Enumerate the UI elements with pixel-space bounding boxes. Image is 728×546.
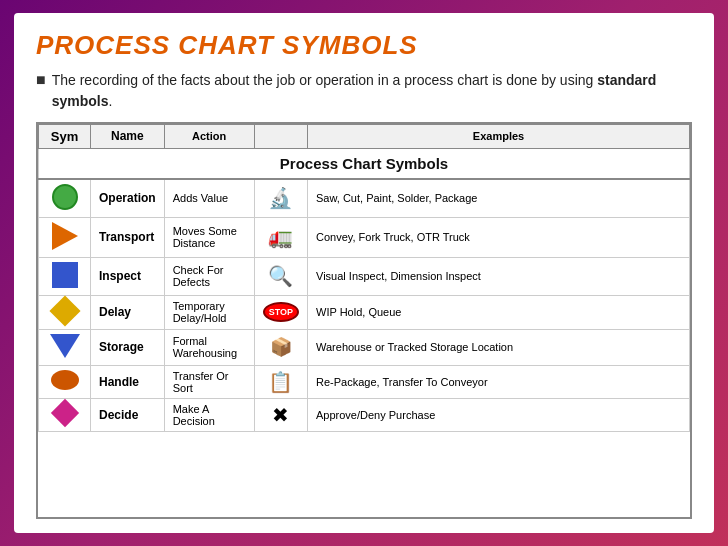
- col-sym: Sym: [39, 124, 91, 148]
- sym-oval-shape: [51, 370, 79, 390]
- col-action: Action: [164, 124, 254, 148]
- icon-cell-2: 🔍: [254, 257, 307, 295]
- action-cell-6: Make A Decision: [164, 398, 254, 431]
- sym-cell-2: [39, 257, 91, 295]
- name-cell-0: Operation: [91, 179, 165, 218]
- table-title-row: Process Chart Symbols: [39, 148, 690, 179]
- table-row: Transport Moves Some Distance 🚛 Convey, …: [39, 217, 690, 257]
- bullet-icon: ■: [36, 71, 46, 89]
- sym-cell-6: [39, 398, 91, 431]
- cross-icon: ✖: [272, 404, 289, 426]
- slide-title: PROCESS CHART SYMBOLS: [36, 31, 692, 60]
- sym-cell-5: [39, 365, 91, 398]
- col-name: Name: [91, 124, 165, 148]
- action-cell-2: Check For Defects: [164, 257, 254, 295]
- description-end: .: [108, 93, 112, 109]
- table-row: Delay Temporary Delay/Hold STOP WIP Hold…: [39, 295, 690, 329]
- name-cell-1: Transport: [91, 217, 165, 257]
- table-header-row: Sym Name Action Examples: [39, 124, 690, 148]
- name-cell-5: Handle: [91, 365, 165, 398]
- action-cell-0: Adds Value: [164, 179, 254, 218]
- table-container: Process Chart Symbols Sym Name Action Ex…: [36, 122, 692, 519]
- table-row: Decide Make A Decision ✖ Approve/Deny Pu…: [39, 398, 690, 431]
- truck-icon: 🚛: [268, 226, 293, 248]
- description-text: The recording of the facts about the job…: [52, 70, 692, 112]
- icon-cell-5: 📋: [254, 365, 307, 398]
- conveyor-icon: 📋: [268, 371, 293, 393]
- icon-cell-4: 📦: [254, 329, 307, 365]
- action-cell-4: Formal Warehousing: [164, 329, 254, 365]
- table-row: Inspect Check For Defects 🔍 Visual Inspe…: [39, 257, 690, 295]
- sym-arrow-shape: [52, 222, 78, 250]
- name-cell-6: Decide: [91, 398, 165, 431]
- description-block: ■ The recording of the facts about the j…: [36, 70, 692, 112]
- examples-cell-4: Warehouse or Tracked Storage Location: [308, 329, 690, 365]
- table-row: Storage Formal Warehousing 📦 Warehouse o…: [39, 329, 690, 365]
- icon-cell-0: 🔬: [254, 179, 307, 218]
- examples-cell-5: Re-Package, Transfer To Conveyor: [308, 365, 690, 398]
- col-icon: [254, 124, 307, 148]
- action-cell-3: Temporary Delay/Hold: [164, 295, 254, 329]
- magnify-icon: 🔍: [268, 265, 293, 287]
- stop-icon: STOP: [263, 302, 299, 322]
- description-part1: The recording of the facts about the job…: [52, 72, 598, 88]
- sym-cell-3: [39, 295, 91, 329]
- sym-circle-shape: [52, 184, 78, 210]
- name-cell-2: Inspect: [91, 257, 165, 295]
- table-title: Process Chart Symbols: [39, 148, 690, 179]
- icon-cell-3: STOP: [254, 295, 307, 329]
- sym-diamond-shape: [49, 295, 80, 326]
- name-cell-4: Storage: [91, 329, 165, 365]
- examples-cell-2: Visual Inspect, Dimension Inspect: [308, 257, 690, 295]
- sym-triangle-shape: [50, 334, 80, 358]
- examples-cell-0: Saw, Cut, Paint, Solder, Package: [308, 179, 690, 218]
- sym-cell-4: [39, 329, 91, 365]
- table-body: Operation Adds Value 🔬 Saw, Cut, Paint, …: [39, 179, 690, 432]
- process-chart-table: Process Chart Symbols Sym Name Action Ex…: [38, 124, 690, 432]
- examples-cell-6: Approve/Deny Purchase: [308, 398, 690, 431]
- shelves-icon: 📦: [270, 337, 292, 357]
- action-cell-5: Transfer Or Sort: [164, 365, 254, 398]
- icon-cell-6: ✖: [254, 398, 307, 431]
- col-examples: Examples: [308, 124, 690, 148]
- examples-cell-1: Convey, Fork Truck, OTR Truck: [308, 217, 690, 257]
- name-cell-3: Delay: [91, 295, 165, 329]
- table-row: Operation Adds Value 🔬 Saw, Cut, Paint, …: [39, 179, 690, 218]
- sym-cell-0: [39, 179, 91, 218]
- microscope-icon: 🔬: [268, 187, 293, 209]
- sym-rotated-square-shape: [50, 399, 78, 427]
- table-row: Handle Transfer Or Sort 📋 Re-Package, Tr…: [39, 365, 690, 398]
- icon-cell-1: 🚛: [254, 217, 307, 257]
- slide: PROCESS CHART SYMBOLS ■ The recording of…: [14, 13, 714, 533]
- examples-cell-3: WIP Hold, Queue: [308, 295, 690, 329]
- sym-cell-1: [39, 217, 91, 257]
- action-cell-1: Moves Some Distance: [164, 217, 254, 257]
- sym-square-shape: [52, 262, 78, 288]
